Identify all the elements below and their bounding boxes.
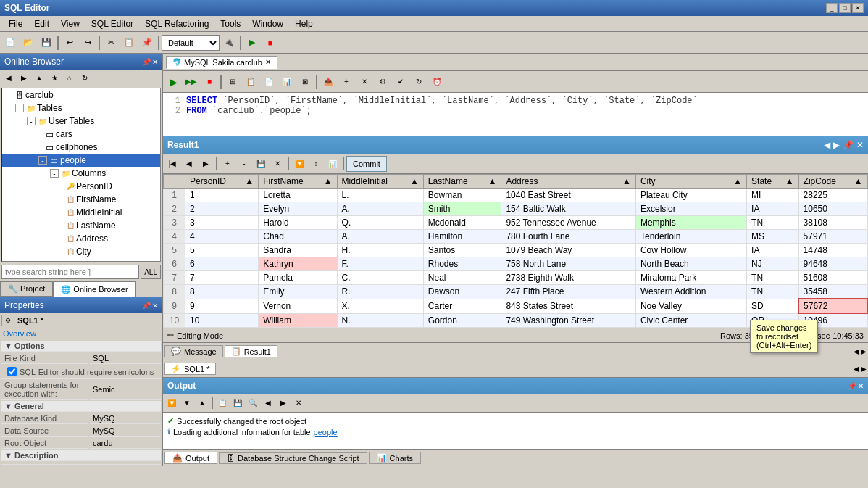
execute-button[interactable]: ▶: [243, 34, 261, 51]
stop-button[interactable]: ■: [262, 34, 279, 51]
cell-lastname-6[interactable]: Rhodes: [423, 257, 501, 271]
form-button[interactable]: 📋: [242, 73, 259, 91]
cell-zipcode-6[interactable]: 94648: [798, 257, 867, 271]
output-copy-button[interactable]: 📋: [215, 396, 230, 410]
cell-address-10[interactable]: 749 Washington Street: [501, 313, 636, 328]
menu-tools[interactable]: Tools: [214, 17, 246, 30]
cell-firstname-9[interactable]: Vernon: [259, 299, 337, 313]
cell-middleinitial-5[interactable]: H.: [337, 244, 423, 257]
cell-middleinitial-6[interactable]: F.: [337, 257, 423, 271]
nav-first-button[interactable]: |◀: [164, 156, 180, 172]
sql-code-area[interactable]: SELECT `PersonID`, `FirstName`, `MiddleI…: [186, 96, 865, 133]
cell-city-8[interactable]: Western Addition: [635, 285, 746, 299]
cell-lastname-5[interactable]: Santos: [423, 244, 501, 257]
result-prev-button[interactable]: ◀: [824, 140, 830, 150]
cell-address-8[interactable]: 247 Fifth Place: [501, 285, 636, 299]
cell-personid-3[interactable]: 3: [185, 216, 259, 230]
props-pin-button[interactable]: 📌: [142, 302, 151, 310]
cell-state-4[interactable]: MS: [747, 230, 799, 244]
cell-personid-4[interactable]: 4: [185, 230, 259, 244]
th-address[interactable]: Address ▲: [501, 175, 636, 189]
cell-state-8[interactable]: TN: [747, 285, 799, 299]
cell-lastname-3[interactable]: Mcdonald: [423, 216, 501, 230]
cell-personid-6[interactable]: 6: [185, 257, 259, 271]
cell-city-10[interactable]: Civic Center: [635, 313, 746, 328]
tab-charts[interactable]: 📊 Charts: [369, 452, 421, 464]
run-next-button[interactable]: ▶▶: [183, 73, 200, 91]
cell-address-7[interactable]: 2738 Eighth Walk: [501, 271, 636, 285]
output-up-button[interactable]: ▲: [195, 396, 209, 410]
search-input[interactable]: [1, 265, 139, 279]
redo-button[interactable]: ↪: [79, 34, 96, 51]
tab-output[interactable]: 📤 Output: [164, 452, 217, 464]
restore-button[interactable]: □: [839, 3, 851, 13]
tab-online-browser[interactable]: 🌐 Online Browser: [53, 281, 135, 297]
output-save-button[interactable]: 💾: [230, 396, 245, 410]
paste-button[interactable]: 📌: [138, 34, 156, 51]
commit-button[interactable]: Commit: [346, 156, 387, 172]
th-zipcode[interactable]: ZipCode ▲: [798, 175, 867, 189]
nav-prev-button[interactable]: ◀: [181, 156, 197, 172]
tree-item-address[interactable]: 📋 Address: [2, 232, 160, 245]
tree-item-cellphones[interactable]: 🗃 cellphones: [2, 141, 160, 154]
tree-item-carclub[interactable]: - 🗄 carclub: [2, 88, 160, 102]
tabs-next-button[interactable]: ▶: [861, 347, 867, 355]
cell-city-9[interactable]: Noe Valley: [635, 299, 746, 313]
cell-personid-2[interactable]: 2: [185, 202, 259, 216]
menu-file[interactable]: File: [3, 17, 28, 30]
cell-state-2[interactable]: IA: [747, 202, 799, 216]
cell-firstname-6[interactable]: Kathryn: [259, 257, 337, 271]
cell-lastname-4[interactable]: Hamilton: [423, 230, 501, 244]
tree-item-state[interactable]: 📋 State: [2, 258, 160, 262]
cell-zipcode-1[interactable]: 28225: [798, 189, 867, 202]
cell-city-3[interactable]: Memphis: [635, 216, 746, 230]
tree-item-tables[interactable]: - 📁 Tables: [2, 102, 160, 115]
tree-item-cars[interactable]: 🗃 cars: [2, 128, 160, 141]
add-tab-button[interactable]: +: [338, 73, 355, 91]
chart-button[interactable]: 📊: [278, 73, 296, 91]
tree-item-usertables[interactable]: - 📁 User Tables: [2, 115, 160, 128]
cell-personid-1[interactable]: 1: [185, 189, 259, 202]
result-close-button[interactable]: ✕: [856, 140, 864, 150]
cell-middleinitial-7[interactable]: C.: [337, 271, 423, 285]
delete-row-button[interactable]: -: [236, 156, 252, 172]
tab-message[interactable]: 💬 Message: [164, 345, 223, 357]
tree-item-personid[interactable]: 🔑 PersonID: [2, 180, 160, 193]
cell-firstname-7[interactable]: Pamela: [259, 271, 337, 285]
cell-lastname-1[interactable]: Bowman: [423, 189, 501, 202]
cell-zipcode-8[interactable]: 35458: [798, 285, 867, 299]
cell-city-2[interactable]: Excelsior: [635, 202, 746, 216]
panel-close-button[interactable]: ✕: [152, 58, 158, 66]
cell-state-3[interactable]: TN: [747, 216, 799, 230]
save-button[interactable]: 💾: [38, 34, 55, 51]
result-pin-button[interactable]: 📌: [843, 140, 854, 150]
cell-address-5[interactable]: 1079 Beach Way: [501, 244, 636, 257]
cell-personid-10[interactable]: 10: [185, 313, 259, 328]
minimize-button[interactable]: _: [826, 3, 838, 13]
cell-zipcode-3[interactable]: 38108: [798, 216, 867, 230]
menu-sql-refactoring[interactable]: SQL Refactoring: [139, 17, 214, 30]
cell-city-1[interactable]: Plateau City: [635, 189, 746, 202]
output-prev-find-button[interactable]: ◀: [261, 396, 275, 410]
menu-sql-editor[interactable]: SQL Editor: [85, 17, 139, 30]
th-state[interactable]: State ▲: [747, 175, 799, 189]
result-next-button[interactable]: ▶: [833, 140, 840, 150]
cell-middleinitial-4[interactable]: A.: [337, 230, 423, 244]
cell-address-4[interactable]: 780 Fourth Lane: [501, 230, 636, 244]
copy-button[interactable]: 📋: [120, 34, 138, 51]
panel-forward-button[interactable]: ▶: [17, 71, 31, 84]
data-table-container[interactable]: PersonID ▲ FirstName ▲ MiddleInitial ▲ L…: [163, 174, 868, 328]
cell-firstname-5[interactable]: Sandra: [259, 244, 337, 257]
cell-zipcode-5[interactable]: 14748: [798, 244, 867, 257]
export-button[interactable]: 📤: [320, 73, 337, 91]
panel-refresh-button[interactable]: ↻: [78, 71, 92, 84]
cell-lastname-10[interactable]: Gordon: [423, 313, 501, 328]
menu-view[interactable]: View: [55, 17, 85, 30]
props-gear-button[interactable]: ⚙: [1, 315, 14, 326]
filter-button[interactable]: 🔽: [291, 156, 307, 172]
menu-window[interactable]: Window: [246, 17, 289, 30]
tree-item-city[interactable]: 📋 City: [2, 245, 160, 258]
schedule-button[interactable]: ⏰: [428, 73, 446, 91]
cell-address-1[interactable]: 1040 East Street: [501, 189, 636, 202]
menu-edit[interactable]: Edit: [28, 17, 55, 30]
